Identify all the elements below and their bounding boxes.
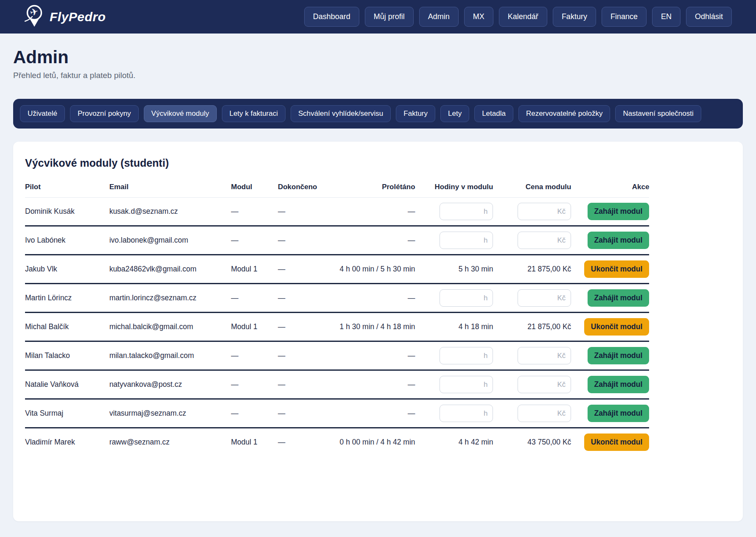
module-price-value: 21 875,00 Kč	[527, 322, 571, 331]
price-input[interactable]	[518, 347, 571, 364]
tab-uzivatele[interactable]: Uživatelé	[20, 105, 65, 122]
start-module-button[interactable]: Zahájit modul	[588, 347, 650, 364]
brand: ✈ FlyPedro	[24, 4, 106, 30]
modules-table-wrap: PilotEmailModulDokončenoProlétánoHodiny …	[23, 179, 733, 511]
price-input[interactable]	[518, 289, 571, 307]
pilot-cell: Dominik Kusák	[25, 198, 109, 226]
table-row: Vita Surmaj vitasurmaj@seznam.cz — — — Z…	[25, 399, 649, 428]
table-row: Natalie Vaňková natyvankova@post.cz — — …	[25, 370, 649, 399]
nav-button-admin[interactable]: Admin	[419, 7, 459, 27]
tab-lety[interactable]: Lety	[440, 105, 469, 122]
page-subtitle: Přehled letů, faktur a plateb pilotů.	[13, 71, 743, 80]
module-price-cell	[493, 226, 571, 255]
price-input[interactable]	[518, 203, 571, 220]
price-input[interactable]	[518, 376, 571, 393]
flown-cell: —	[337, 198, 415, 226]
completed-cell: —	[278, 284, 337, 313]
module-price-cell: 43 750,00 Kč	[493, 428, 571, 456]
module-hours-value: 5 h 30 min	[459, 265, 493, 273]
tab-faktury[interactable]: Faktury	[396, 105, 435, 122]
email-cell: vitasurmaj@seznam.cz	[109, 399, 231, 428]
hours-input[interactable]	[440, 289, 493, 307]
start-module-button[interactable]: Zahájit modul	[588, 376, 650, 393]
modules-table: PilotEmailModulDokončenoProlétánoHodiny …	[25, 179, 649, 456]
pilot-cell: Natalie Vaňková	[25, 370, 109, 399]
nav-button-kalendar[interactable]: Kalendář	[499, 7, 547, 27]
hours-input[interactable]	[440, 376, 493, 393]
pilot-cell: Milan Talacko	[25, 341, 109, 370]
start-module-button[interactable]: Zahájit modul	[588, 203, 650, 220]
tab-lety-k-fakturaci[interactable]: Lety k fakturaci	[222, 105, 286, 122]
column-header-modul: Modul	[231, 179, 278, 198]
tab-rezervovatelne-polozky[interactable]: Rezervovatelné položky	[518, 105, 610, 122]
tab-nastaveni-spolecnosti[interactable]: Nastavení společnosti	[615, 105, 701, 122]
table-row: Milan Talacko milan.talacko@gmail.com — …	[25, 341, 649, 370]
action-cell: Zahájit modul	[571, 370, 649, 399]
end-module-button[interactable]: Ukončit modul	[584, 260, 650, 278]
module-hours-cell: 4 h 18 min	[415, 313, 493, 341]
action-cell: Zahájit modul	[571, 284, 649, 313]
nav-button-finance[interactable]: Finance	[602, 7, 647, 27]
module-hours-cell	[415, 198, 493, 226]
start-module-button[interactable]: Zahájit modul	[588, 289, 650, 307]
completed-cell: —	[278, 370, 337, 399]
end-module-button[interactable]: Ukončit modul	[584, 318, 650, 336]
tab-provozni-pokyny[interactable]: Provozní pokyny	[70, 105, 139, 122]
tab-letadla[interactable]: Letadla	[474, 105, 513, 122]
email-cell: michal.balcik@gmail.com	[109, 313, 231, 341]
module-price-value: 21 875,00 Kč	[527, 265, 571, 273]
module-price-cell	[493, 284, 571, 313]
module-cell: —	[231, 399, 278, 428]
hours-input[interactable]	[440, 203, 493, 220]
pilot-cell: Vladimír Marek	[25, 428, 109, 456]
email-cell: kusak.d@seznam.cz	[109, 198, 231, 226]
hours-input[interactable]	[440, 347, 493, 364]
module-hours-cell	[415, 341, 493, 370]
table-row: Martin Lörincz martin.lorincz@seznam.cz …	[25, 284, 649, 313]
price-input[interactable]	[518, 232, 571, 249]
nav-button-odhlasit[interactable]: Odhlásit	[686, 7, 732, 27]
column-header-proletano: Prolétáno	[337, 179, 415, 198]
tab-schvaleni-vyhlidek-servisu[interactable]: Schválení vyhlídek/servisu	[291, 105, 391, 122]
module-hours-cell	[415, 370, 493, 399]
navbar-menu: DashboardMůj profilAdminMXKalendářFaktur…	[304, 7, 732, 27]
module-hours-cell: 5 h 30 min	[415, 255, 493, 284]
column-header-hodiny-v-modulu: Hodiny v modulu	[415, 179, 493, 198]
action-cell: Ukončit modul	[571, 428, 649, 456]
table-row: Dominik Kusák kusak.d@seznam.cz — — — Za…	[25, 198, 649, 226]
table-row: Jakub Vlk kuba24862vlk@gmail.com Modul 1…	[25, 255, 649, 284]
module-price-cell	[493, 370, 571, 399]
pilot-cell: Martin Lörincz	[25, 284, 109, 313]
nav-button-en[interactable]: EN	[652, 7, 680, 27]
module-cell: Modul 1	[231, 255, 278, 284]
start-module-button[interactable]: Zahájit modul	[588, 232, 650, 249]
training-modules-card: Výcvikové moduly (studenti) PilotEmailMo…	[13, 142, 743, 521]
price-input[interactable]	[518, 405, 571, 422]
module-price-cell	[493, 399, 571, 428]
module-cell: Modul 1	[231, 313, 278, 341]
nav-button-mx[interactable]: MX	[464, 7, 493, 27]
tab-vycvikove-moduly[interactable]: Výcvikové moduly	[144, 105, 217, 122]
start-module-button[interactable]: Zahájit modul	[588, 405, 650, 422]
end-module-button[interactable]: Ukončit modul	[584, 434, 650, 451]
nav-button-dashboard[interactable]: Dashboard	[304, 7, 359, 27]
hours-input[interactable]	[440, 232, 493, 249]
hours-input[interactable]	[440, 405, 493, 422]
module-price-value: 43 750,00 Kč	[527, 438, 571, 446]
module-cell: —	[231, 284, 278, 313]
flown-cell: 4 h 00 min / 5 h 30 min	[337, 255, 415, 284]
flown-cell: —	[337, 284, 415, 313]
action-cell: Zahájit modul	[571, 198, 649, 226]
flypedro-logo-icon: ✈	[24, 4, 45, 30]
column-header-pilot: Pilot	[25, 179, 109, 198]
flown-cell: —	[337, 341, 415, 370]
email-cell: raww@seznam.cz	[109, 428, 231, 456]
navbar: ✈ FlyPedro DashboardMůj profilAdminMXKal…	[0, 0, 756, 34]
nav-button-muj-profil[interactable]: Můj profil	[365, 7, 414, 27]
module-cell: —	[231, 198, 278, 226]
flown-cell: 0 h 00 min / 4 h 42 min	[337, 428, 415, 456]
action-cell: Zahájit modul	[571, 226, 649, 255]
nav-button-faktury[interactable]: Faktury	[553, 7, 596, 27]
column-header-email: Email	[109, 179, 231, 198]
module-price-cell: 21 875,00 Kč	[493, 255, 571, 284]
